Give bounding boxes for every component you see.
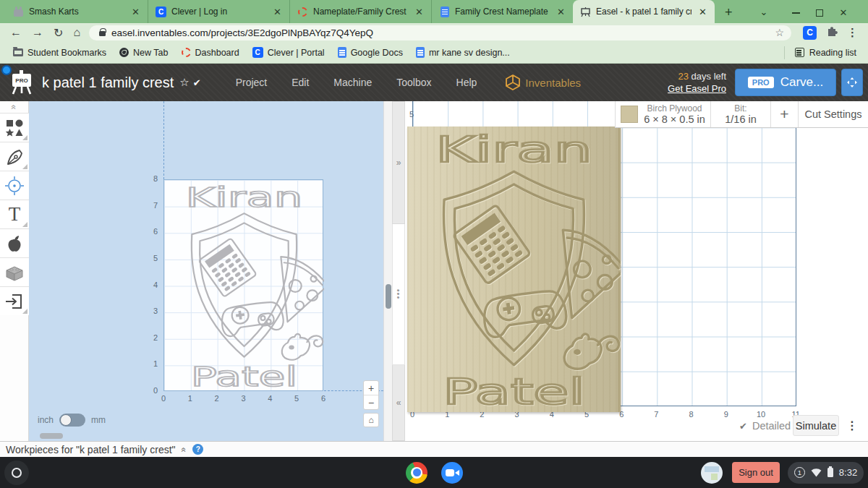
cut-settings-button[interactable]: Cut Settings <box>799 101 868 127</box>
unit-toggle[interactable] <box>59 414 85 427</box>
bookmark-label: mr kane sv design... <box>429 48 510 58</box>
system-tray[interactable]: 1 8:32 <box>788 462 864 484</box>
easel-project-favicon <box>297 7 308 17</box>
bit-selector[interactable]: Bit: 1/16 in <box>711 101 771 127</box>
screenshot-thumbnail[interactable] <box>701 462 723 484</box>
easel-pro-logo[interactable]: PRO <box>10 69 33 96</box>
collapse-left-icon[interactable]: « <box>396 398 401 408</box>
tab-clever-login[interactable]: C Clever | Log in ✕ <box>148 0 289 23</box>
tab-close-icon[interactable]: ✕ <box>129 7 142 17</box>
apps-tool-button[interactable] <box>0 228 29 257</box>
material-selector[interactable]: Birch Plywood 6 × 8 × 0.5 in <box>616 101 711 127</box>
tab-nameplate-project[interactable]: Nameplate/Family Crest - Pro ✕ <box>289 0 431 23</box>
tab-family-crest-doc[interactable]: Family Crest Nameplate - Goo ✕ <box>431 0 573 23</box>
tab-search-chevron-icon[interactable]: ⌄ <box>760 7 768 17</box>
launcher-button[interactable] <box>4 461 29 485</box>
tab-easel-active[interactable]: Easel - k patel 1 family crest ✕ <box>573 0 715 23</box>
bookmark-google-docs[interactable]: Google Docs <box>338 47 403 58</box>
pro-badge: PRO <box>748 77 774 88</box>
horizontal-scrollbar-thumb[interactable] <box>40 433 63 439</box>
divider-drag-handle[interactable]: ••• <box>394 289 403 300</box>
workpiece-plywood[interactable]: Kiran Patel <box>407 127 621 412</box>
clever-extension-icon[interactable]: C <box>803 26 817 40</box>
bookmark-mr-kane[interactable]: mr kane sv design... <box>416 47 510 58</box>
simulate-menu-icon[interactable]: ⋮ <box>843 415 861 436</box>
collapse-right-icon[interactable]: » <box>396 158 401 168</box>
saved-check-icon: ✔ <box>193 77 201 88</box>
origin-crosshair-icon <box>4 175 25 197</box>
tab-smash-karts[interactable]: Smash Karts ✕ <box>6 0 148 23</box>
workpieces-status-bar[interactable]: Workpieces for "k patel 1 family crest" … <box>0 441 868 457</box>
menu-edit[interactable]: Edit <box>292 77 309 88</box>
tab-close-icon[interactable]: ✕ <box>413 7 425 17</box>
pen-tool-button[interactable] <box>0 142 29 171</box>
home-button[interactable]: ⌂ <box>73 26 80 39</box>
bookmark-label: New Tab <box>133 48 168 58</box>
smash-karts-favicon <box>13 7 24 17</box>
pane-divider[interactable]: » ••• « <box>392 101 405 441</box>
project-title[interactable]: k patel 1 family crest <box>42 74 174 91</box>
expand-workpieces-icon[interactable]: « <box>179 447 189 452</box>
add-bit-button[interactable]: + <box>771 101 799 127</box>
tab-close-icon[interactable]: ✕ <box>555 7 567 17</box>
vertical-scrollbar-thumb[interactable] <box>386 284 391 309</box>
preview-canvas-3d[interactable]: 5 Kiran Patel 01234567891011 Birch Plywo… <box>405 101 868 441</box>
back-button[interactable]: ← <box>10 26 22 39</box>
reading-list-button[interactable]: Reading list <box>784 46 856 59</box>
inventables-logo[interactable]: Inventables <box>506 74 581 90</box>
toggle-knob <box>60 414 72 426</box>
simulate-button[interactable]: Simulate <box>793 415 839 436</box>
ruler-tick: 2 <box>215 394 219 403</box>
bookmark-student-bookmarks[interactable]: Student Bookmarks <box>13 48 106 58</box>
url-text[interactable]: easel.inventables.com/projects/3E2dgoPlN… <box>111 27 775 38</box>
menu-machine[interactable]: Machine <box>333 77 372 88</box>
design-canvas-2d[interactable]: Kiran Patel 876543210 0123456 + − ⌂ inch… <box>29 101 383 441</box>
tab-close-icon[interactable]: ✕ <box>697 7 709 17</box>
zoom-app-icon[interactable] <box>441 462 463 484</box>
ruler-tick: 4 <box>268 394 272 403</box>
rail-collapse-button[interactable]: « <box>0 101 28 113</box>
browser-menu-icon[interactable]: ⋮ <box>847 26 858 39</box>
new-tab-button[interactable]: + <box>725 5 733 20</box>
text-tool-button[interactable]: T <box>0 200 29 228</box>
reload-button[interactable]: ↻ <box>54 26 63 40</box>
origin-tool-button[interactable] <box>0 171 29 200</box>
bookmark-new-tab[interactable]: New Tab <box>119 48 168 58</box>
detailed-toggle[interactable]: ✔ Detailed <box>739 420 791 432</box>
zoom-in-button[interactable]: + <box>364 381 378 395</box>
menu-toolbox[interactable]: Toolbox <box>396 77 431 88</box>
help-icon[interactable]: ? <box>192 444 203 455</box>
address-bar[interactable]: easel.inventables.com/projects/3E2dgoPlN… <box>89 25 791 40</box>
shapes-icon <box>4 118 25 138</box>
material-name: Birch Plywood <box>644 103 705 114</box>
browser-tab-strip: Smash Karts ✕ C Clever | Log in ✕ Namepl… <box>0 0 868 23</box>
window-close-button[interactable]: ✕ <box>839 9 847 17</box>
bookmark-dashboard[interactable]: Dashboard <box>182 48 239 58</box>
chromeos-shelf: Sign out 1 8:32 <box>0 457 868 488</box>
forward-button[interactable]: → <box>32 26 43 39</box>
menu-project[interactable]: Project <box>236 77 268 88</box>
shapes-tool-button[interactable] <box>0 113 29 142</box>
check-icon: ✔ <box>739 421 747 432</box>
bookmark-clever-portal[interactable]: C Clever | Portal <box>252 47 325 58</box>
window-restore-button[interactable] <box>816 9 823 17</box>
tab-close-icon[interactable]: ✕ <box>271 7 284 17</box>
chrome-app-icon[interactable] <box>406 462 427 484</box>
fullscreen-expand-button[interactable] <box>841 69 863 96</box>
projects-tool-button[interactable] <box>0 257 29 286</box>
vertical-scrollbar[interactable] <box>383 101 392 441</box>
zoom-home-button[interactable]: ⌂ <box>363 413 379 427</box>
bookmark-star-icon[interactable]: ☆ <box>775 27 784 38</box>
unit-label-inch: inch <box>38 415 54 425</box>
extensions-puzzle-icon[interactable] <box>825 26 838 39</box>
zoom-out-button[interactable]: − <box>364 395 378 409</box>
menu-help[interactable]: Help <box>456 77 477 88</box>
sign-out-button[interactable]: Sign out <box>732 462 780 483</box>
wifi-icon <box>811 468 822 477</box>
window-minimize-button[interactable] <box>792 12 800 14</box>
get-easel-pro-link[interactable]: Get Easel Pro <box>668 83 726 94</box>
favorite-star-icon[interactable]: ☆ <box>179 76 189 89</box>
import-tool-button[interactable] <box>0 286 29 315</box>
carve-button[interactable]: PRO Carve... <box>735 69 836 96</box>
globe-icon <box>119 48 129 57</box>
